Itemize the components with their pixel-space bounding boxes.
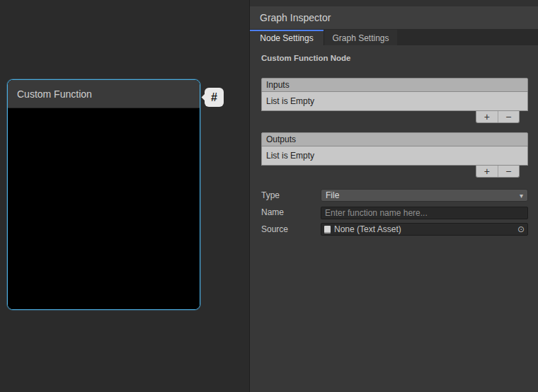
source-field-row: Source None (Text Asset) ⊙ [261, 222, 528, 236]
chevron-down-icon: ▾ [520, 192, 523, 200]
name-label: Name [261, 207, 321, 217]
text-asset-icon [324, 226, 331, 234]
inputs-add-button[interactable]: + [476, 111, 498, 122]
outputs-list: Outputs List is Empty + − [261, 132, 528, 178]
tab-node-settings[interactable]: Node Settings [250, 30, 324, 45]
source-object-field[interactable]: None (Text Asset) ⊙ [321, 223, 528, 236]
graph-inspector-panel: Graph Inspector Node Settings Graph Sett… [249, 0, 538, 392]
type-dropdown-value: File [326, 190, 339, 200]
node-property-fields: Type File ▾ Name Source [261, 188, 528, 236]
node-body[interactable] [8, 108, 200, 310]
source-object-value: None (Text Asset) [334, 224, 401, 234]
hash-badge[interactable]: # [205, 88, 224, 107]
inputs-list-empty-row: List is Empty [261, 92, 528, 111]
custom-function-node[interactable]: Custom Function [7, 79, 200, 310]
inputs-list-header: Inputs [261, 78, 528, 92]
outputs-remove-button[interactable]: − [498, 166, 520, 177]
inputs-list-footer: + − [476, 111, 520, 123]
outputs-list-title: Outputs [266, 134, 296, 144]
inspector-content: Custom Function Node Inputs List is Empt… [250, 45, 538, 236]
panel-top-strip [250, 0, 538, 6]
outputs-list-header: Outputs [261, 132, 528, 146]
type-field-row: Type File ▾ [261, 188, 528, 202]
node-title: Custom Function [17, 88, 92, 100]
function-name-input[interactable] [321, 207, 528, 219]
tab-graph-settings[interactable]: Graph Settings [324, 30, 397, 45]
panel-title: Graph Inspector [260, 12, 331, 23]
outputs-empty-label: List is Empty [266, 151, 314, 161]
node-title-bar[interactable]: Custom Function [8, 80, 200, 108]
name-field-row: Name [261, 205, 528, 219]
panel-title-bar: Graph Inspector [250, 6, 538, 30]
inputs-remove-button[interactable]: − [498, 111, 520, 122]
tab-node-settings-label: Node Settings [260, 33, 313, 43]
inputs-list: Inputs List is Empty + − [261, 78, 528, 123]
outputs-add-button[interactable]: + [476, 166, 498, 177]
plus-icon: + [484, 112, 490, 122]
type-label: Type [261, 190, 321, 200]
plus-icon: + [484, 166, 490, 176]
outputs-list-empty-row: List is Empty [261, 146, 528, 166]
tab-strip-filler [397, 30, 538, 45]
section-title: Custom Function Node [261, 54, 528, 62]
inputs-empty-label: List is Empty [266, 96, 314, 106]
tab-strip: Node Settings Graph Settings [250, 30, 538, 45]
object-picker-icon[interactable]: ⊙ [515, 224, 527, 235]
minus-icon: − [505, 112, 511, 122]
graph-canvas[interactable]: Custom Function # Graph Inspector Node S… [0, 0, 538, 392]
type-dropdown[interactable]: File ▾ [321, 189, 528, 202]
minus-icon: − [505, 166, 511, 176]
tab-graph-settings-label: Graph Settings [332, 33, 389, 43]
outputs-list-footer: + − [476, 166, 520, 178]
inputs-list-title: Inputs [266, 80, 290, 90]
source-label: Source [261, 224, 321, 234]
hash-icon: # [211, 91, 217, 104]
